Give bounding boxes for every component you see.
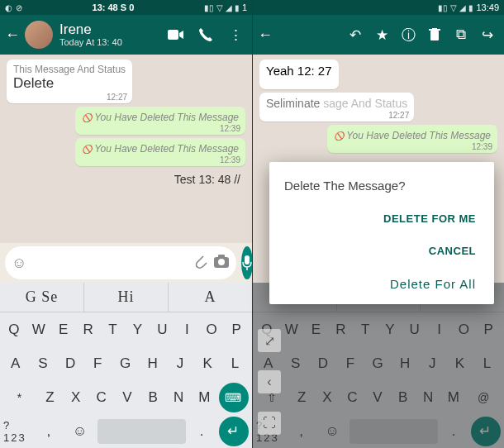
key-switch[interactable]: ⌨ bbox=[219, 383, 249, 412]
key-y[interactable]: Y bbox=[127, 316, 150, 344]
key-v[interactable]: V bbox=[116, 384, 140, 412]
key-s[interactable]: S bbox=[283, 350, 309, 378]
key-i[interactable]: I bbox=[176, 316, 199, 344]
key-k[interactable]: K bbox=[196, 350, 221, 378]
message-bubble-out[interactable]: You Have Deleted This Message 12:39 bbox=[75, 107, 245, 135]
key-d[interactable]: D bbox=[311, 350, 336, 378]
key-comma[interactable]: , bbox=[288, 417, 317, 446]
suggestion[interactable]: A bbox=[169, 283, 252, 312]
key-x[interactable]: X bbox=[64, 384, 88, 412]
key-e[interactable]: E bbox=[306, 316, 329, 344]
key-r[interactable]: R bbox=[330, 316, 353, 344]
key-n[interactable]: N bbox=[168, 384, 192, 412]
key-emoji[interactable]: ☺ bbox=[318, 417, 348, 446]
suggestion[interactable]: G Se bbox=[0, 283, 84, 312]
key-t[interactable]: T bbox=[354, 316, 378, 344]
key-c[interactable]: C bbox=[90, 384, 114, 412]
key-v[interactable]: V bbox=[367, 384, 391, 412]
key-h[interactable]: H bbox=[140, 350, 166, 378]
avatar[interactable] bbox=[25, 21, 53, 49]
delete-for-all-button[interactable]: Delete For All bbox=[387, 272, 479, 296]
contact-header[interactable]: Irene Today At 13: 40 bbox=[59, 22, 158, 48]
key-o[interactable]: O bbox=[201, 316, 224, 344]
camera-icon[interactable] bbox=[213, 254, 230, 273]
key-c[interactable]: C bbox=[341, 384, 365, 412]
key-shift[interactable]: * bbox=[3, 384, 37, 412]
key-symbols[interactable]: ?123 bbox=[3, 417, 33, 446]
cancel-button[interactable]: CANCEL bbox=[426, 240, 479, 262]
key-space[interactable] bbox=[349, 419, 438, 444]
key-p[interactable]: P bbox=[478, 316, 501, 344]
voice-call-button[interactable] bbox=[194, 23, 217, 46]
key-enter[interactable]: ↵ bbox=[471, 417, 501, 446]
message-bubble-in[interactable]: This Message And Status Delete 12:27 bbox=[7, 60, 132, 103]
key-w[interactable]: W bbox=[28, 316, 51, 344]
key-n[interactable]: N bbox=[417, 384, 441, 412]
key-s[interactable]: S bbox=[31, 350, 56, 378]
key-x[interactable]: X bbox=[316, 384, 340, 412]
emoji-icon[interactable]: ☺ bbox=[12, 255, 26, 272]
key-e[interactable]: E bbox=[53, 316, 76, 344]
message-input-box[interactable]: ☺ bbox=[5, 246, 236, 279]
key-b[interactable]: B bbox=[392, 384, 416, 412]
key-u[interactable]: U bbox=[151, 316, 174, 344]
key-y[interactable]: Y bbox=[379, 316, 402, 344]
message-bubble-in[interactable]: Yeah 12: 27 bbox=[259, 60, 339, 89]
suggestion[interactable]: Hi bbox=[84, 283, 169, 312]
key-d[interactable]: D bbox=[58, 350, 83, 378]
key-comma[interactable]: , bbox=[35, 417, 64, 446]
key-q[interactable]: Q bbox=[3, 316, 26, 344]
attach-icon[interactable] bbox=[193, 254, 208, 273]
key-b[interactable]: B bbox=[142, 384, 166, 412]
key-enter[interactable]: ↵ bbox=[219, 417, 249, 446]
key-u[interactable]: U bbox=[404, 316, 427, 344]
key-g[interactable]: G bbox=[113, 350, 139, 378]
star-button[interactable]: ★ bbox=[370, 23, 393, 46]
key-j[interactable]: J bbox=[421, 350, 446, 378]
key-t[interactable]: T bbox=[102, 316, 126, 344]
expand-key[interactable]: ⤢ bbox=[258, 329, 281, 352]
key-w[interactable]: W bbox=[281, 316, 304, 344]
fullsize-key[interactable]: ⛶ bbox=[258, 412, 281, 435]
key-g[interactable]: G bbox=[365, 350, 391, 378]
forward-button[interactable]: ↪ bbox=[476, 23, 499, 46]
key-period[interactable]: . bbox=[440, 417, 469, 446]
key-f[interactable]: F bbox=[86, 350, 112, 378]
key-z[interactable]: Z bbox=[291, 384, 315, 412]
key-a[interactable]: A bbox=[3, 350, 29, 378]
message-bubble-in[interactable]: Seliminate sage And Status 12:27 bbox=[259, 93, 414, 122]
key-k[interactable]: K bbox=[448, 350, 473, 378]
delete-button[interactable] bbox=[423, 23, 446, 46]
key-i[interactable]: I bbox=[429, 316, 452, 344]
back-button[interactable]: ← bbox=[258, 26, 283, 44]
keyboard[interactable]: G Se Hi A Q W E R T Y U I O P A S D F G … bbox=[0, 283, 252, 448]
key-l[interactable]: L bbox=[223, 350, 249, 378]
message-bubble-out[interactable]: You Have Deleted This Message 12:39 bbox=[327, 125, 497, 153]
info-button[interactable]: ⓘ bbox=[397, 23, 420, 46]
key-o[interactable]: O bbox=[453, 316, 476, 344]
key-r[interactable]: R bbox=[78, 316, 101, 344]
key-emoji[interactable]: ☺ bbox=[66, 417, 96, 446]
key-period[interactable]: . bbox=[188, 417, 217, 446]
key-z[interactable]: Z bbox=[39, 384, 63, 412]
key-p[interactable]: P bbox=[226, 316, 249, 344]
key-j[interactable]: J bbox=[168, 350, 193, 378]
chat-area[interactable]: This Message And Status Delete 12:27 You… bbox=[0, 55, 252, 243]
key-m[interactable]: M bbox=[442, 384, 466, 412]
message-bubble-out[interactable]: You Have Deleted This Message 12:39 bbox=[75, 138, 245, 166]
key-l[interactable]: L bbox=[475, 350, 501, 378]
back-button[interactable]: ← bbox=[5, 26, 18, 44]
move-left-key[interactable]: ‹ bbox=[258, 370, 281, 393]
copy-button[interactable]: ⧉ bbox=[449, 23, 473, 46]
key-space[interactable] bbox=[97, 419, 187, 444]
delete-for-me-button[interactable]: DELETE FOR ME bbox=[380, 207, 479, 230]
message-input[interactable] bbox=[31, 256, 188, 270]
key-m[interactable]: M bbox=[193, 384, 217, 412]
key-backspace[interactable]: @ bbox=[468, 384, 501, 412]
more-button[interactable]: ⋮ bbox=[224, 23, 247, 46]
key-f[interactable]: F bbox=[338, 350, 364, 378]
video-call-button[interactable] bbox=[164, 23, 188, 46]
key-h[interactable]: H bbox=[393, 350, 419, 378]
svg-rect-5 bbox=[430, 31, 439, 41]
reply-button[interactable]: ↶ bbox=[344, 23, 367, 46]
